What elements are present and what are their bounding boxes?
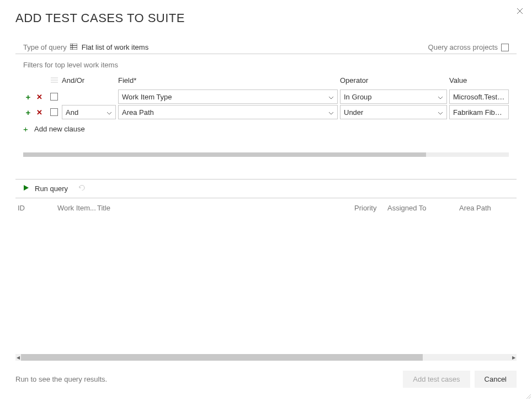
header-andor: And/Or: [62, 76, 116, 85]
remove-clause-icon[interactable]: ✕: [34, 92, 44, 102]
column-work-item-type[interactable]: Work Item...: [57, 204, 97, 212]
operator-select[interactable]: Under: [340, 105, 447, 119]
filters-heading: Filters for top level work items: [15, 57, 517, 72]
clause-checkbox[interactable]: [50, 93, 58, 101]
filter-horizontal-scrollbar[interactable]: [23, 152, 509, 157]
clause-row: + ✕ And Area Path Under: [23, 104, 509, 120]
run-query-button[interactable]: Run query: [35, 184, 68, 193]
dialog-footer: Run to see the query results. Add test c…: [15, 361, 517, 401]
footer-status-text: Run to see the query results.: [15, 375, 107, 383]
header-operator: Operator: [340, 76, 447, 85]
scrollbar-thumb[interactable]: [21, 354, 423, 361]
operator-select[interactable]: In Group: [340, 89, 447, 104]
column-title[interactable]: Title: [97, 204, 354, 212]
flat-list-icon: [70, 43, 77, 51]
dialog-container: ADD TEST CASES TO SUITE Type of query Fl…: [0, 0, 532, 401]
field-select[interactable]: Work Item Type: [118, 89, 338, 104]
results-column-headers: ID Work Item... Title Priority Assigned …: [15, 198, 517, 218]
query-type-label: Type of query: [23, 43, 67, 51]
close-button[interactable]: [514, 6, 525, 17]
query-across-projects-label: Query across projects: [428, 43, 498, 51]
chevron-down-icon: [438, 93, 443, 101]
run-query-bar: Run query: [15, 179, 517, 198]
query-type-value[interactable]: Flat list of work items: [82, 43, 148, 51]
dialog-title: ADD TEST CASES TO SUITE: [15, 11, 517, 25]
query-type-bar: Type of query Flat list of work items Qu…: [15, 41, 517, 54]
add-clause-icon[interactable]: +: [23, 107, 33, 117]
remove-clause-icon[interactable]: ✕: [34, 107, 44, 117]
cancel-button[interactable]: Cancel: [475, 371, 517, 388]
close-icon: [517, 8, 523, 14]
column-assigned-to[interactable]: Assigned To: [387, 204, 459, 212]
header-value: Value: [449, 76, 509, 85]
results-body: [15, 218, 517, 354]
svg-rect-0: [70, 44, 77, 50]
andor-select[interactable]: And: [62, 105, 116, 119]
clause-row: + ✕ Work Item Type In Group Microsoft.T: [23, 89, 509, 104]
filter-header-row: And/Or Field* Operator Value: [23, 72, 509, 88]
results-horizontal-scrollbar[interactable]: ◀ ▶: [15, 354, 517, 361]
filter-clauses-table: And/Or Field* Operator Value + ✕ Work It…: [15, 72, 517, 137]
svg-line-7: [526, 394, 531, 399]
column-id[interactable]: ID: [18, 204, 57, 212]
field-select[interactable]: Area Path: [118, 105, 338, 119]
chevron-down-icon: [328, 108, 334, 117]
add-clause-icon[interactable]: +: [23, 92, 33, 102]
scrollbar-thumb[interactable]: [23, 152, 426, 157]
chevron-down-icon: [328, 93, 334, 101]
add-test-cases-button[interactable]: Add test cases: [403, 371, 470, 388]
query-across-projects-checkbox[interactable]: [501, 44, 509, 51]
scroll-left-icon[interactable]: ◀: [17, 355, 20, 360]
tree-icon: [51, 76, 58, 85]
svg-line-8: [529, 397, 531, 399]
column-area-path[interactable]: Area Path: [459, 204, 514, 212]
chevron-down-icon: [438, 108, 443, 117]
add-new-clause-button[interactable]: + Add new clause: [23, 121, 509, 137]
clause-checkbox[interactable]: [50, 108, 58, 116]
play-icon: [23, 184, 29, 193]
header-field: Field*: [118, 76, 338, 85]
resize-grip-icon[interactable]: [525, 393, 531, 400]
value-select[interactable]: Fabrikam Fiber\Servic: [449, 105, 509, 119]
value-select[interactable]: Microsoft.TestCase: [449, 89, 509, 104]
column-priority[interactable]: Priority: [354, 204, 387, 212]
chevron-down-icon: [107, 108, 112, 117]
refresh-icon[interactable]: [78, 184, 86, 193]
scroll-right-icon[interactable]: ▶: [512, 355, 515, 360]
